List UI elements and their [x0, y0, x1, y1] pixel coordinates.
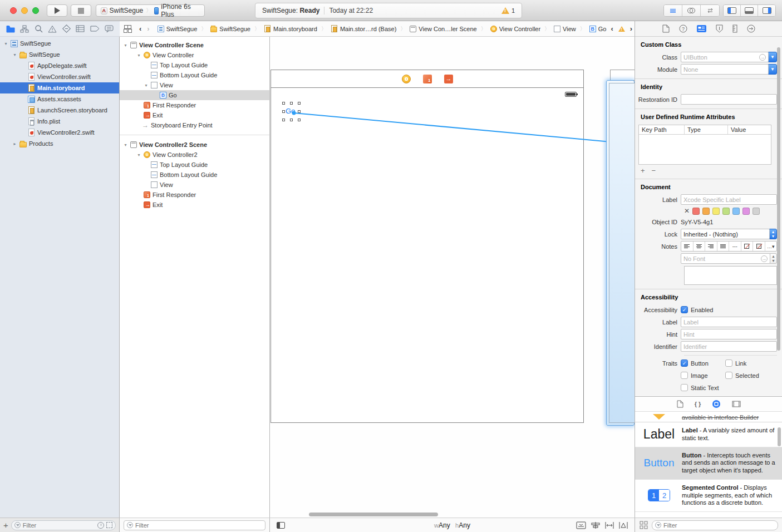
nav-row-group[interactable]: ▾SwiftSegue	[0, 49, 119, 60]
outline-first-responder[interactable]: First Responder	[120, 100, 269, 110]
lock-stepper[interactable]: ▲▼	[769, 229, 777, 239]
accessibility-identifier-input[interactable]	[683, 343, 774, 350]
yellow-swatch[interactable]	[712, 208, 720, 215]
no-wrap-button[interactable]	[741, 242, 754, 251]
related-items-icon[interactable]	[124, 25, 131, 32]
restoration-id-input[interactable]	[683, 96, 774, 103]
library-scrollbar[interactable]	[778, 427, 781, 446]
file-inspector-tab[interactable]	[662, 24, 670, 33]
source-control-filter-icon[interactable]	[106, 522, 112, 528]
nav-row-products[interactable]: ▸Products	[0, 138, 119, 149]
scheme-name[interactable]: SwiftSegue	[110, 7, 144, 14]
trait-link-checkbox[interactable]	[725, 359, 732, 367]
restoration-id-field[interactable]	[681, 94, 777, 105]
font-size-stepper[interactable]: ▲▼	[770, 253, 777, 264]
horizontal-scrollbar[interactable]	[309, 513, 438, 516]
exit-icon[interactable]	[444, 75, 453, 83]
class-dropdown-button[interactable]: ▼	[768, 52, 777, 62]
add-button[interactable]: +	[3, 520, 8, 530]
more-formats-button[interactable]: …▾	[765, 242, 777, 251]
next-issue-button[interactable]: ›	[629, 24, 633, 33]
outline-top-layout-guide[interactable]: Top Layout Guide	[120, 60, 269, 70]
nav-row-assets[interactable]: Assets.xcassets	[0, 93, 119, 105]
trait-static-text-checkbox[interactable]	[681, 384, 688, 391]
library-item-segmented-control[interactable]: 12 Segmented Control - Displays multiple…	[635, 480, 782, 512]
runtime-attributes-table[interactable]: Key Path Type Value	[638, 125, 771, 165]
object-library-tab[interactable]	[712, 400, 721, 408]
outline-scene1-header[interactable]: ▾View Controller Scene	[120, 40, 269, 50]
nav-row-viewcontroller2[interactable]: ViewController2.swift	[0, 127, 119, 138]
crumb-storyboard-base[interactable]: Main.stor…rd (Base)	[331, 25, 396, 32]
resize-handle[interactable]	[282, 110, 285, 113]
code-snippet-library-tab[interactable]: { }	[695, 401, 701, 407]
stop-button[interactable]	[71, 4, 91, 17]
first-responder-icon[interactable]	[423, 75, 432, 83]
crumb-project[interactable]: SwiftSegue	[158, 26, 198, 32]
enabled-checkbox[interactable]: ✓	[681, 306, 688, 313]
crumb-button[interactable]: BGo	[589, 26, 607, 32]
module-dropdown-button[interactable]: ▼	[768, 64, 777, 75]
align-right-button[interactable]	[705, 242, 717, 251]
standard-editor-button[interactable]	[664, 5, 682, 16]
issue-navigator-tab[interactable]	[48, 25, 57, 33]
run-destination[interactable]: iPhone 6s Plus	[161, 3, 200, 18]
toggle-navigator-button[interactable]	[724, 5, 741, 16]
breakpoint-navigator-tab[interactable]	[90, 26, 100, 32]
trait-button-checkbox[interactable]: ✓	[681, 359, 688, 367]
trait-selected-checkbox[interactable]	[725, 372, 732, 379]
resize-handle[interactable]	[298, 110, 301, 113]
version-editor-button[interactable]	[701, 5, 719, 16]
crumb-scene[interactable]: View Con…ler Scene	[410, 26, 476, 32]
crumb-group[interactable]: SwiftSegue	[210, 25, 250, 32]
align-center-button[interactable]	[694, 242, 706, 251]
search-navigator-tab[interactable]	[35, 24, 43, 33]
library-item-label[interactable]: Label Label - A variably sized amount of…	[635, 422, 782, 447]
zoom-window-button[interactable]	[32, 7, 39, 14]
nav-row-project[interactable]: ▾SwiftSegue	[0, 38, 119, 49]
test-navigator-tab[interactable]	[62, 24, 71, 33]
resize-handle[interactable]	[282, 102, 285, 105]
library-item-button[interactable]: Button Button - Intercepts touch events …	[635, 447, 782, 480]
blue-swatch[interactable]	[732, 208, 740, 215]
dashes-button[interactable]: ---	[729, 242, 741, 251]
accessibility-label-field[interactable]	[681, 317, 777, 327]
go-forward-button[interactable]: ›	[146, 24, 150, 33]
project-navigator-tab[interactable]	[6, 25, 15, 33]
orange-swatch[interactable]	[702, 208, 710, 215]
view-controller-icon[interactable]	[402, 75, 411, 83]
resize-handle[interactable]	[282, 119, 285, 121]
font-picker-icon[interactable]: →	[761, 255, 768, 262]
grid-view-icon[interactable]	[640, 521, 648, 529]
outline-view2[interactable]: View	[120, 180, 269, 190]
outline-bottom-layout-guide[interactable]: Bottom Layout Guide	[120, 70, 269, 80]
library-filter-input[interactable]	[663, 522, 775, 529]
notes-text-area[interactable]	[684, 266, 777, 285]
document-label-input[interactable]	[683, 196, 774, 203]
inspector-scrollbar[interactable]	[777, 47, 780, 351]
no-text-button[interactable]	[753, 242, 765, 251]
outline-go-button[interactable]: BGo	[120, 90, 269, 100]
accessibility-hint-input[interactable]	[683, 331, 774, 338]
close-window-button[interactable]	[10, 7, 17, 14]
media-library-tab[interactable]	[732, 401, 741, 407]
nav-row-launchscreen[interactable]: LaunchScreen.storyboard	[0, 105, 119, 116]
align-left-button[interactable]	[681, 242, 694, 251]
accessibility-hint-field[interactable]	[681, 329, 777, 339]
remove-attribute-button[interactable]: −	[652, 166, 656, 175]
lock-dropdown[interactable]: Inherited - (Nothing)	[681, 229, 770, 239]
symbol-navigator-tab[interactable]	[20, 25, 29, 33]
outline-view[interactable]: ▾View	[120, 80, 269, 90]
attributes-inspector-tab[interactable]	[716, 24, 723, 33]
accessibility-identifier-field[interactable]	[681, 341, 777, 352]
outline-exit[interactable]: Exit	[120, 110, 269, 120]
crumb-storyboard[interactable]: Main.storyboard	[264, 25, 317, 32]
nav-row-viewcontroller[interactable]: ViewController.swift	[0, 71, 119, 82]
resize-handle[interactable]	[290, 102, 293, 105]
trait-image-checkbox[interactable]	[681, 372, 688, 379]
previous-issue-button[interactable]: ‹	[609, 24, 614, 33]
outline-view-controller2[interactable]: ▾View Controller2	[120, 150, 269, 160]
navigator-filter-field[interactable]	[11, 520, 116, 530]
go-button[interactable]: Go	[286, 107, 295, 115]
disclosure-open-icon[interactable]: ▾	[12, 52, 17, 57]
nav-row-main-storyboard[interactable]: Main.storyboard	[0, 82, 119, 93]
